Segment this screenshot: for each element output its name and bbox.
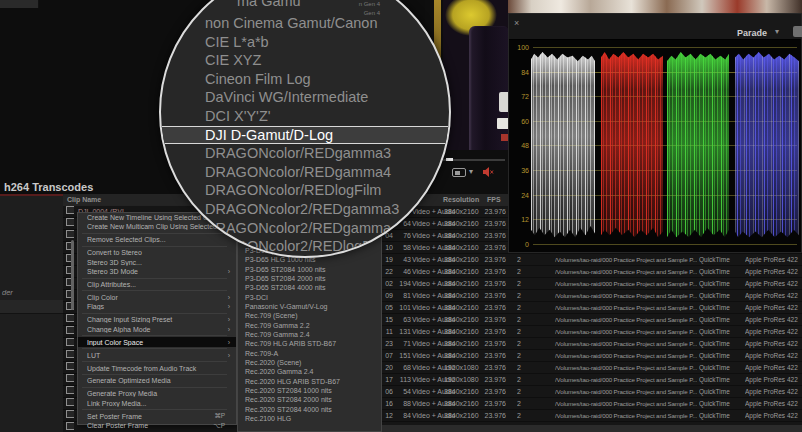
scope-settings-icon[interactable]	[793, 26, 802, 37]
cell-codec: Apple ProRes 422	[745, 362, 799, 373]
cell-audio-channels: 2	[517, 386, 527, 397]
color-space-option[interactable]: Rec.709 HLG ARIB STD-B67	[238, 339, 381, 348]
context-menu-item[interactable]: Clip Attributes...	[78, 280, 236, 289]
color-space-option[interactable]: Rec.709-A	[238, 349, 381, 358]
column-header-fps[interactable]: FPS	[487, 196, 501, 203]
audio-mute-icon[interactable]	[482, 166, 494, 178]
close-icon[interactable]: ×	[514, 18, 519, 28]
menu-item-label: Convert to Stereo	[87, 249, 225, 256]
viewer-mode-icon[interactable]	[452, 168, 466, 177]
cell-container: QuickTime	[699, 350, 741, 361]
magnified-color-space-option[interactable]: DRAGONcolor/REDgamma3	[161, 144, 451, 163]
context-menu-item[interactable]: Input Color Space ›	[78, 337, 236, 346]
clip-icon	[66, 410, 74, 418]
color-space-option[interactable]: P3-D65 ST2084 2000 nits	[238, 274, 381, 283]
bin-folder-label[interactable]: der	[2, 288, 13, 297]
color-space-option[interactable]: Rec.709 Gamma 2.4	[238, 330, 381, 339]
cell-audio-channels: 2	[517, 302, 527, 313]
clip-icon	[66, 218, 74, 226]
context-menu-item[interactable]: Set Poster Frame ⌘P	[78, 412, 236, 421]
cell-codec: Apple ProRes 422	[745, 302, 799, 313]
color-space-option[interactable]: Rec.709 (Scene)	[238, 311, 381, 320]
chevron-down-icon[interactable]: ▾	[775, 27, 779, 36]
background-fragment: Gen 4	[340, 9, 380, 18]
column-header-resolution[interactable]: Resolution	[443, 196, 479, 203]
cell-fps: 23.976	[478, 410, 506, 421]
graticule-label: 84	[509, 69, 529, 76]
menu-item-label: Set Poster Frame	[87, 413, 214, 420]
color-space-option[interactable]: Panasonic V-Gamut/V-Log	[238, 302, 381, 311]
cell-container: QuickTime	[699, 314, 741, 325]
graticule-label: 48	[509, 142, 529, 149]
scope-type-dropdown[interactable]: Parade	[737, 28, 767, 38]
magnified-color-space-option[interactable]: non Cinema Gamut/Canon	[161, 14, 451, 33]
cell-container: QuickTime	[699, 386, 741, 397]
magnified-color-space-option[interactable]: DRAGONcolor2/REDgamma3	[161, 200, 451, 219]
magnified-color-space-option[interactable]: DaVinci WG/Intermediate	[161, 88, 451, 107]
cell-audio-channels: 2	[517, 266, 527, 277]
context-menu-item[interactable]: Change Alpha Mode ›	[78, 324, 236, 333]
cell-codec: Apple ProRes 422	[745, 338, 799, 349]
scope-header: × Parade ▾	[509, 14, 801, 40]
cell-duration: 113	[391, 374, 411, 385]
color-space-option[interactable]: P3-D65 ST2084 1000 nits	[238, 265, 381, 274]
clip-icon	[66, 362, 74, 370]
submenu-arrow-icon: ›	[228, 326, 230, 333]
cell-audio-channels: 2	[517, 290, 527, 301]
cell-container: QuickTime	[699, 374, 741, 385]
color-space-option[interactable]: Rec.709 Gamma 2.2	[238, 321, 381, 330]
context-menu-item[interactable]: Stereo 3D Mode ›	[78, 267, 236, 276]
cell-file-path: /Volumes/tao-raid/000 Practice Project a…	[555, 374, 697, 385]
context-menu-item[interactable]: Update Timecode from Audio Track	[78, 363, 236, 372]
context-menu-item[interactable]: Remove Selected Clips...	[78, 235, 236, 244]
bin-selected-row[interactable]	[0, 300, 63, 314]
viewer-image-guitar-case	[469, 26, 508, 150]
bin-scrollbar[interactable]	[71, 240, 74, 310]
context-menu-item[interactable]: Clear Poster Frame ⌥P	[78, 421, 236, 430]
magnified-color-space-option[interactable]: DJI D-Gamut/D-Log	[161, 126, 451, 145]
scopes-panel: × Parade ▾ 100 84 72	[508, 13, 802, 253]
menu-item-label: Flags	[87, 303, 223, 310]
column-header-clip-name[interactable]: Clip Name	[67, 196, 101, 203]
cell-container: QuickTime	[699, 410, 741, 421]
context-menu-item[interactable]: Generate Proxy Media	[78, 389, 236, 398]
context-menu-item[interactable]: Stereo 3D Sync...	[78, 258, 236, 267]
cell-codec: Apple ProRes 422	[745, 314, 799, 325]
magnified-color-space-option[interactable]: CIE XYZ	[161, 51, 451, 70]
cell-audio-channels: 2	[517, 314, 527, 325]
clip-icon	[66, 230, 74, 238]
cell-audio-channels: 2	[517, 398, 527, 409]
viewer-playhead[interactable]	[446, 158, 453, 161]
chevron-down-icon[interactable]: ▾	[469, 167, 473, 176]
color-space-option[interactable]: Rec.2020 Gamma 2.4	[238, 367, 381, 376]
magnified-color-space-option[interactable]: CIE L*a*b	[161, 33, 451, 52]
context-menu-item[interactable]: LUT ›	[78, 350, 236, 359]
cell-duration: 68	[391, 362, 411, 373]
color-space-option[interactable]: Rec.2020 HLG ARIB STD-B67	[238, 377, 381, 386]
context-menu-item[interactable]: Flags ›	[78, 302, 236, 311]
graticule-label: 12	[509, 216, 529, 223]
color-space-option[interactable]: P3-DCI	[238, 293, 381, 302]
magnified-color-space-option[interactable]: DCI X'Y'Z'	[161, 107, 451, 126]
color-space-option[interactable]: Rec.2100 HLG	[238, 414, 381, 423]
context-menu-item[interactable]: Change Input Sizing Preset ›	[78, 315, 236, 324]
magnified-color-space-option[interactable]: DRAGONcolor/REDgamma4	[161, 163, 451, 182]
cell-duration: 63	[391, 314, 411, 325]
color-space-option[interactable]: Rec.2020 ST2084 1000 nits	[238, 386, 381, 395]
menu-item-label: Generate Optimized Media	[87, 377, 225, 384]
magnified-color-space-option[interactable]: DRAGONcolor/REDlogFilm	[161, 181, 451, 200]
color-space-option[interactable]: Rec.2020 (Scene)	[238, 358, 381, 367]
context-menu-item[interactable]: Convert to Stereo	[78, 248, 236, 257]
magnified-color-space-option[interactable]: Cineon Film Log	[161, 70, 451, 89]
context-menu-item[interactable]: Clip Color ›	[78, 293, 236, 302]
color-space-option[interactable]: Rec.2020 ST2084 4000 nits	[238, 405, 381, 414]
color-space-option[interactable]: P3-D65 ST2084 4000 nits	[238, 283, 381, 292]
menu-item-label: Clear Poster Frame	[87, 422, 213, 429]
cell-file-path: /Volumes/tao-raid/000 Practice Project a…	[555, 314, 697, 325]
cell-container: QuickTime	[699, 290, 741, 301]
cell-audio-channels: 2	[517, 338, 527, 349]
context-menu-item[interactable]: Generate Optimized Media	[78, 376, 236, 385]
app-root: h264 Transcodes der Clip Name Type Resol…	[0, 0, 802, 432]
color-space-option[interactable]: Rec.2020 ST2084 2000 nits	[238, 395, 381, 404]
context-menu-item[interactable]: Link Proxy Media...	[78, 399, 236, 408]
